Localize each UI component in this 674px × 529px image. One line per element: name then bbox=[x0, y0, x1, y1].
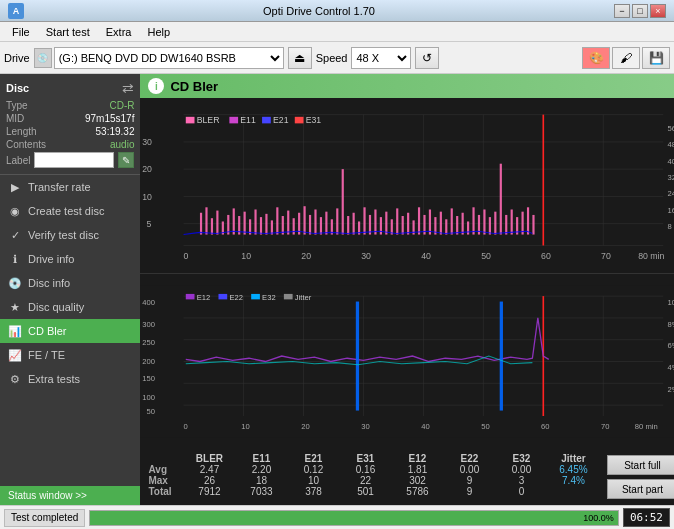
sidebar-item-drive-info[interactable]: ℹ Drive info bbox=[0, 247, 140, 271]
speed-label: Speed bbox=[316, 52, 348, 64]
svg-text:56 X: 56 X bbox=[668, 124, 674, 133]
sidebar-item-verify-test-disc[interactable]: ✓ Verify test disc bbox=[0, 223, 140, 247]
sidebar-item-fe-te[interactable]: 📈 FE / TE bbox=[0, 343, 140, 367]
time-display: 06:52 bbox=[623, 508, 670, 527]
sidebar-item-label-verify-test-disc: Verify test disc bbox=[28, 229, 99, 241]
status-window-button[interactable]: Status window >> bbox=[0, 486, 140, 505]
charts-area: BLER E11 E21 E31 30 20 10 5 56 X 48 X 40… bbox=[140, 98, 674, 505]
disc-mid-row: MID 97m15s17f bbox=[6, 113, 134, 124]
stats-max-e31: 22 bbox=[339, 475, 391, 486]
svg-text:400: 400 bbox=[143, 298, 156, 307]
drive-info-icon: ℹ bbox=[8, 252, 22, 266]
disc-length-row: Length 53:19.32 bbox=[6, 126, 134, 137]
svg-rect-69 bbox=[342, 169, 344, 234]
create-test-disc-icon: ◉ bbox=[8, 204, 22, 218]
svg-rect-43 bbox=[200, 213, 202, 235]
stats-table: BLER E11 E21 E31 E12 E22 E32 Jitter Avg … bbox=[140, 449, 674, 505]
svg-text:E22: E22 bbox=[230, 293, 244, 302]
svg-rect-81 bbox=[408, 213, 410, 235]
sidebar-item-label-disc-info: Disc info bbox=[28, 277, 70, 289]
stats-avg-jitter: 6.45% bbox=[547, 464, 599, 475]
disc-label-input[interactable] bbox=[34, 152, 114, 168]
svg-text:6%: 6% bbox=[668, 341, 674, 350]
svg-text:2%: 2% bbox=[668, 385, 674, 394]
statusbar: Test completed 100.0% 06:52 bbox=[0, 505, 674, 529]
svg-text:10: 10 bbox=[242, 251, 252, 261]
svg-rect-55 bbox=[266, 214, 268, 235]
close-button[interactable]: × bbox=[650, 4, 666, 18]
svg-rect-49 bbox=[233, 208, 235, 234]
bottom-chart-svg: E12 E22 E32 Jitter 400 300 250 200 150 1… bbox=[140, 274, 674, 449]
svg-text:8%: 8% bbox=[668, 320, 674, 329]
chart-header-icon: i bbox=[148, 78, 164, 94]
menu-file[interactable]: File bbox=[4, 24, 38, 40]
disc-label-button[interactable]: ✎ bbox=[118, 152, 134, 168]
svg-text:BLER: BLER bbox=[197, 115, 220, 125]
stats-total-e11: 7033 bbox=[235, 486, 287, 497]
content-area: i CD Bler bbox=[140, 74, 674, 505]
svg-rect-92 bbox=[467, 221, 469, 234]
eject-button[interactable]: ⏏ bbox=[288, 47, 312, 69]
stats-total-label: Total bbox=[148, 486, 183, 497]
svg-rect-65 bbox=[320, 217, 322, 234]
disc-contents-value: audio bbox=[110, 139, 134, 150]
sidebar-item-create-test-disc[interactable]: ◉ Create test disc bbox=[0, 199, 140, 223]
minimize-button[interactable]: − bbox=[614, 4, 630, 18]
svg-text:10: 10 bbox=[242, 422, 250, 431]
drive-label: Drive bbox=[4, 52, 30, 64]
stats-buttons: Start full Start part bbox=[607, 453, 674, 501]
svg-text:40 X: 40 X bbox=[668, 157, 674, 166]
cd-bler-icon: 📊 bbox=[8, 324, 22, 338]
svg-text:5: 5 bbox=[147, 219, 152, 229]
disc-label-row: Label ✎ bbox=[6, 152, 134, 168]
stats-total-row: Total 7912 7033 378 501 5786 9 0 bbox=[148, 486, 599, 497]
svg-text:80 min: 80 min bbox=[639, 251, 665, 261]
sidebar-item-extra-tests[interactable]: ⚙ Extra tests bbox=[0, 367, 140, 391]
transfer-rate-icon: ▶ bbox=[8, 180, 22, 194]
color-button-1[interactable]: 🎨 bbox=[582, 47, 610, 69]
sidebar-item-label-cd-bler: CD Bler bbox=[28, 325, 67, 337]
sidebar-item-disc-info[interactable]: 💿 Disc info bbox=[0, 271, 140, 295]
stats-total-bler: 7912 bbox=[183, 486, 235, 497]
color-button-2[interactable]: 🖌 bbox=[612, 47, 640, 69]
maximize-button[interactable]: □ bbox=[632, 4, 648, 18]
svg-rect-75 bbox=[375, 209, 377, 234]
svg-text:40: 40 bbox=[422, 251, 432, 261]
menu-help[interactable]: Help bbox=[139, 24, 178, 40]
svg-text:30: 30 bbox=[362, 422, 370, 431]
disc-header: Disc ⇄ bbox=[6, 80, 134, 96]
sidebar-item-label-disc-quality: Disc quality bbox=[28, 301, 84, 313]
drive-select[interactable]: (G:) BENQ DVD DD DW1640 BSRB bbox=[54, 47, 284, 69]
svg-rect-99 bbox=[506, 215, 508, 235]
svg-text:60: 60 bbox=[542, 251, 552, 261]
svg-rect-77 bbox=[386, 212, 388, 235]
sidebar-item-disc-quality[interactable]: ★ Disc quality bbox=[0, 295, 140, 319]
svg-rect-63 bbox=[309, 215, 311, 235]
menu-extra[interactable]: Extra bbox=[98, 24, 140, 40]
stats-max-e21: 10 bbox=[287, 475, 339, 486]
svg-rect-15 bbox=[186, 117, 195, 124]
save-button[interactable]: 💾 bbox=[642, 47, 670, 69]
stats-avg-row: Avg 2.47 2.20 0.12 0.16 1.81 0.00 0.00 6… bbox=[148, 464, 599, 475]
extra-tests-icon: ⚙ bbox=[8, 372, 22, 386]
toolbar-right: 🎨 🖌 💾 bbox=[582, 47, 670, 69]
speed-select[interactable]: 48 X bbox=[351, 47, 411, 69]
stats-max-jitter: 7.4% bbox=[547, 475, 599, 486]
disc-refresh-icon[interactable]: ⇄ bbox=[122, 80, 134, 96]
start-part-button[interactable]: Start part bbox=[607, 479, 674, 499]
stats-total-e32: 0 bbox=[495, 486, 547, 497]
svg-text:32 X: 32 X bbox=[668, 173, 674, 182]
sidebar-item-cd-bler[interactable]: 📊 CD Bler bbox=[0, 319, 140, 343]
progress-percent: 100.0% bbox=[583, 513, 614, 523]
refresh-button[interactable]: ↺ bbox=[415, 47, 439, 69]
disc-panel: Disc ⇄ Type CD-R MID 97m15s17f Length 53… bbox=[0, 74, 140, 175]
svg-text:100: 100 bbox=[143, 393, 156, 402]
menubar: File Start test Extra Help bbox=[0, 22, 674, 42]
stats-total-e21: 378 bbox=[287, 486, 339, 497]
menu-start-test[interactable]: Start test bbox=[38, 24, 98, 40]
start-full-button[interactable]: Start full bbox=[607, 455, 674, 475]
svg-rect-68 bbox=[337, 208, 339, 234]
disc-info-icon: 💿 bbox=[8, 276, 22, 290]
sidebar-item-transfer-rate[interactable]: ▶ Transfer rate bbox=[0, 175, 140, 199]
svg-text:10: 10 bbox=[143, 192, 153, 202]
